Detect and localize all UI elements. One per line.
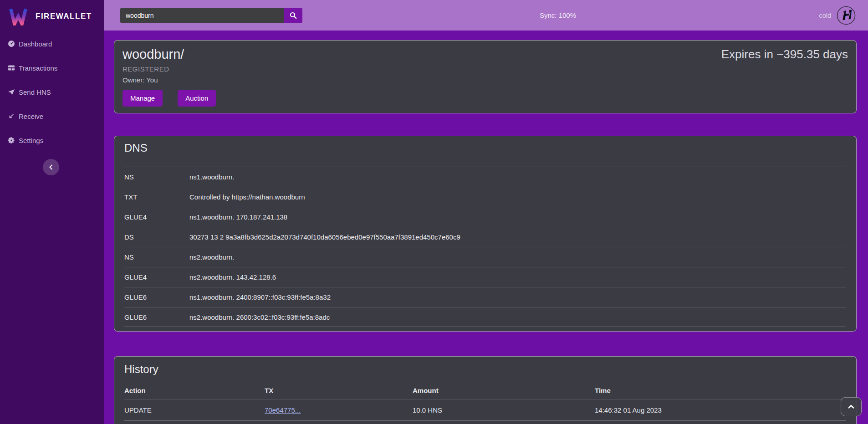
dashboard-icon [7,40,15,48]
dns-record-type: TXT [124,193,189,201]
sidebar-item-label: Settings [19,137,43,144]
sidebar-item-send-hns[interactable]: Send HNS [7,87,104,97]
dns-record-row: DS 30273 13 2 9a3a8fb3d625d2a2073d740f10… [124,227,846,247]
sidebar-item-label: Transactions [19,64,57,72]
search-icon [290,12,297,19]
settings-icon [7,137,15,144]
dns-record-row: GLUE4 ns1.woodburn. 170.187.241.138 [124,207,846,227]
chevron-up-icon [848,404,854,410]
sidebar-item-settings[interactable]: Settings [7,135,104,146]
history-col-tx: TX [265,387,413,394]
sidebar-item-label: Send HNS [19,88,51,96]
dns-card-title: DNS [124,142,846,154]
dns-record-value: 30273 13 2 9a3a8fb3d625d2a2073d740f10da6… [189,233,846,241]
main-content: woodburn/ Expires in ~395.35 days REGIST… [104,31,868,424]
sidebar-item-dashboard[interactable]: Dashboard [7,38,104,49]
send-icon [7,88,15,96]
sidebar-item-transactions[interactable]: Transactions [7,62,104,73]
dns-card: DNS NS ns1.woodburn. TXT Controlled by h… [114,136,857,332]
dns-record-type: NS [124,173,189,181]
wallet-mode-badge: cold [819,12,831,19]
search-group [120,8,302,23]
dns-record-row: GLUE6 ns1.woodburn. 2400:8907::f03c:93ff… [124,287,846,307]
sidebar-item-label: Receive [19,112,43,120]
history-action: UPDATE [124,406,265,414]
domain-name-title: woodburn/ [123,46,184,62]
sidebar-item-receive[interactable]: Receive [7,111,104,122]
svg-text:H: H [840,7,854,23]
sync-status: Sync: 100% [540,0,576,31]
history-col-action: Action [124,387,265,394]
scroll-to-top-button[interactable] [841,397,862,416]
dns-record-type: GLUE6 [124,313,189,321]
domain-card: woodburn/ Expires in ~395.35 days REGIST… [114,40,857,113]
dns-record-value: ns1.woodburn. 2400:8907::f03c:93ff:fe5a:… [189,293,846,301]
dns-record-row: GLUE4 ns2.woodburn. 143.42.128.6 [124,267,846,287]
app-title: FIREWALLET [36,12,92,21]
domain-owner-label: Owner: You [123,76,848,84]
history-amount: 10.0 HNS [413,406,595,414]
sidebar-nav: Dashboard Transactions Send HNS Receive … [0,38,104,146]
tx-link[interactable]: 70e64775... [265,406,301,414]
dns-record-row: TXT Controlled by https://nathan.woodbur… [124,187,846,207]
topbar-right: cold H [819,0,856,31]
history-row: UPDATE 70e64775... 10.0 HNS 14:46:32 01 … [124,399,846,420]
history-table: Action TX Amount Time UPDATE 70e64775...… [124,382,846,424]
history-card-title: History [124,363,846,376]
dns-records-table: NS ns1.woodburn. TXT Controlled by https… [124,167,846,327]
brand-header: FIREWALLET [0,0,104,26]
auction-button[interactable]: Auction [178,90,216,107]
history-col-time: Time [595,387,846,394]
dns-record-row: NS ns2.woodburn. [124,247,846,267]
dns-record-value: ns1.woodburn. [189,173,846,181]
sidebar: FIREWALLET Dashboard Transactions Send H… [0,0,104,424]
firewallet-logo-icon [8,7,28,26]
dns-record-type: GLUE4 [124,213,189,221]
dns-record-type: NS [124,253,189,261]
history-time: 14:46:32 01 Aug 2023 [595,406,846,414]
manage-button[interactable]: Manage [123,90,163,107]
history-card: History Action TX Amount Time UPDATE 70e… [114,356,857,424]
dns-record-value: ns2.woodburn. 143.42.128.6 [189,273,846,281]
transactions-icon [7,64,15,72]
receive-icon [7,112,15,120]
dns-record-value: ns2.woodburn. 2600:3c02::f03c:93ff:fe5a:… [189,313,846,321]
search-button[interactable] [284,8,302,23]
history-header-row: Action TX Amount Time [124,382,846,399]
dns-record-value: ns1.woodburn. 170.187.241.138 [189,213,846,221]
history-col-amount: Amount [413,387,595,394]
sidebar-item-label: Dashboard [19,40,52,48]
dns-record-row: NS ns1.woodburn. [124,167,846,187]
topbar: Sync: 100% cold H [104,0,868,31]
dns-record-row: GLUE6 ns2.woodburn. 2600:3c02::f03c:93ff… [124,307,846,327]
chevron-left-icon [48,164,54,170]
dns-record-value: ns2.woodburn. [189,253,846,261]
dns-record-value: Controlled by https://nathan.woodburn [189,193,846,201]
dns-record-type: DS [124,233,189,241]
dns-record-type: GLUE4 [124,273,189,281]
history-row: RENEW d7b4f3... 10.0 HNS 15:15:06 07 Jul… [124,420,846,424]
domain-status-label: REGISTERED [123,65,848,73]
domain-expiry-text: Expires in ~395.35 days [721,46,848,62]
dns-record-type: GLUE6 [124,293,189,301]
handshake-logo-icon[interactable]: H [836,5,856,26]
sidebar-collapse-button[interactable] [43,159,59,175]
search-input[interactable] [120,8,284,23]
